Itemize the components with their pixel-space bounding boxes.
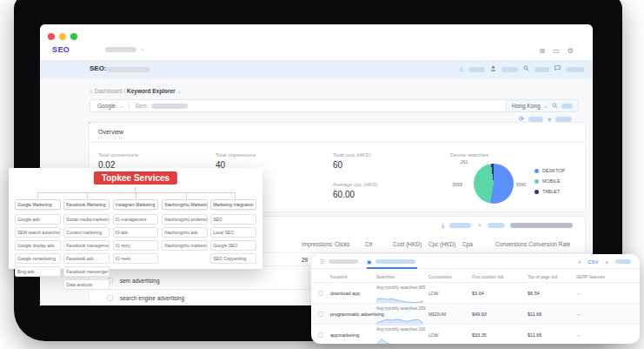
stat-label: Average cpc (HKD) bbox=[333, 182, 378, 187]
checkbox[interactable] bbox=[318, 332, 323, 338]
redacted-nav-label[interactable] bbox=[534, 67, 549, 72]
service-item: Local SEO bbox=[210, 227, 256, 238]
window-icon[interactable]: ▭ bbox=[553, 47, 560, 55]
col-conversions[interactable]: Conversions bbox=[495, 241, 527, 247]
service-item: Facebook management bbox=[63, 240, 110, 251]
service-item: IG reels bbox=[113, 253, 159, 264]
suggestion-row[interactable]: programmatic advertising Avg monthly sea… bbox=[311, 303, 640, 324]
service-item: SEM search advertising bbox=[15, 227, 61, 238]
col-searches[interactable]: Searches bbox=[376, 274, 395, 279]
service-item: Xiaohongshu ads bbox=[162, 227, 208, 238]
service-item: SEO Copywriting bbox=[210, 253, 256, 264]
service-item: Google ads bbox=[15, 214, 61, 225]
topkee-title-badge: Topkee Services bbox=[94, 171, 177, 185]
minimize-button[interactable] bbox=[59, 33, 66, 40]
col-serp-features[interactable]: SERP features bbox=[576, 274, 605, 279]
tree-line bbox=[136, 192, 136, 199]
col-cpc[interactable]: Cpc (HKD) bbox=[428, 241, 455, 247]
user-icon[interactable] bbox=[490, 65, 496, 73]
stat-average-cpc: Average cpc (HKD) 60.00 bbox=[333, 182, 378, 199]
tree-line bbox=[37, 192, 38, 199]
col-clicks[interactable]: Clicks bbox=[335, 241, 349, 247]
checkbox[interactable] bbox=[107, 295, 113, 301]
download-icon[interactable]: ⤓ bbox=[442, 222, 444, 229]
stat-value: 60 bbox=[333, 160, 371, 170]
col-cost[interactable]: Cost (HKD) bbox=[393, 241, 422, 247]
home-icon[interactable]: ⌂ bbox=[459, 66, 463, 73]
suggestions-toolbar: ☰ ▣ ⤓ CSV + bbox=[311, 254, 640, 269]
pie-legend: DESKTOP MOBILE TABLET bbox=[534, 168, 565, 199]
close-button[interactable] bbox=[48, 33, 55, 40]
suggestion-row[interactable]: download app Avg monthly searches 685 LO… bbox=[311, 282, 640, 303]
tab-overview[interactable]: Overview bbox=[98, 129, 123, 135]
stat-total-conversions: Total conversions 0.02 bbox=[98, 152, 138, 170]
col-keyword[interactable]: Keyword bbox=[330, 274, 347, 279]
engine-select[interactable]: Google bbox=[97, 103, 116, 109]
col-competition[interactable]: Competition bbox=[428, 274, 452, 279]
tree-line bbox=[135, 186, 136, 192]
zoom-button[interactable] bbox=[70, 33, 77, 40]
suggestion-row[interactable]: appmarketing Avg monthly searches 100 LO… bbox=[311, 324, 640, 344]
redacted-toolbar-label[interactable] bbox=[488, 223, 505, 228]
col-cpa[interactable]: Cpa bbox=[462, 241, 473, 247]
col-impressions[interactable]: Impressions bbox=[302, 241, 332, 247]
service-item: Google SEO bbox=[210, 240, 256, 251]
col-ctr[interactable]: Ctr bbox=[365, 241, 373, 247]
legend-label: MOBILE bbox=[542, 178, 561, 184]
tree-line bbox=[37, 192, 236, 193]
col-first-position-bid[interactable]: First position bid bbox=[472, 274, 503, 279]
redacted-toolbar-label bbox=[329, 259, 358, 264]
breadcrumb-keyword-explorer[interactable]: Keyword Explorer bbox=[127, 88, 176, 94]
list-icon[interactable]: ☰ bbox=[320, 258, 324, 265]
chevron-down-icon: ⌄ bbox=[544, 103, 548, 110]
service-item: Google remarketing bbox=[15, 253, 61, 264]
column-header: Marketing integration bbox=[210, 199, 256, 210]
legend-label: TABLET bbox=[542, 189, 560, 194]
topkee-columns: Google Marketing Google ads SEM search a… bbox=[15, 199, 256, 292]
first-bid-value: $49.93 bbox=[472, 312, 487, 317]
service-item: Xiaohongshu marketing bbox=[162, 240, 208, 251]
searches-caption: Avg monthly searches 259 bbox=[376, 306, 425, 311]
chevron-down-icon[interactable]: ⌄ bbox=[140, 45, 144, 51]
seo-logo: SEO bbox=[52, 45, 70, 54]
redacted-toolbar-label[interactable] bbox=[449, 223, 471, 228]
plus-icon[interactable]: + bbox=[605, 259, 608, 265]
checkbox[interactable] bbox=[318, 291, 323, 296]
stat-value: 60.00 bbox=[333, 190, 378, 199]
breadcrumb-dashboard[interactable]: Dashboard bbox=[95, 88, 123, 94]
breadcrumb-separator: / bbox=[123, 88, 125, 94]
redacted-nav-label[interactable] bbox=[501, 67, 518, 72]
chevron-down-icon[interactable]: ⌄ bbox=[176, 88, 181, 94]
col-top-of-page-bid[interactable]: Top of page bid bbox=[528, 274, 557, 279]
redacted-nav-label[interactable] bbox=[566, 67, 584, 72]
redacted-nav-label[interactable] bbox=[468, 67, 485, 72]
browser-titlebar: SEO ⌄ ⊞ ▭ ⚙ bbox=[40, 24, 593, 60]
breadcrumb: ⌂ Dashboard / Keyword Explorer ⌄ bbox=[90, 88, 182, 95]
table-icon[interactable]: ▣ bbox=[367, 258, 372, 265]
plus-icon[interactable]: ＋ bbox=[476, 221, 482, 230]
redacted-search-button[interactable] bbox=[561, 104, 573, 109]
export-csv-link[interactable]: CSV bbox=[588, 259, 598, 265]
col-conversion-rate[interactable]: Conversion Rate bbox=[528, 241, 570, 247]
topkee-column-instagram: Instagram Marketing IG management IG ads… bbox=[113, 199, 159, 292]
pie-label-tablet: 261 bbox=[461, 159, 468, 164]
legend-label: DESKTOP bbox=[542, 168, 565, 173]
region-select[interactable]: Hong Kong ⌄ bbox=[506, 100, 578, 111]
chevron-down-icon[interactable]: ⌄ bbox=[119, 103, 123, 110]
download-icon[interactable]: ⤓ bbox=[578, 258, 581, 265]
redacted-active-tab-label[interactable] bbox=[375, 259, 415, 264]
checkbox[interactable] bbox=[318, 312, 323, 317]
home-icon[interactable]: ⌂ bbox=[90, 88, 93, 94]
redacted-tab-label bbox=[105, 47, 136, 52]
pie-label-desktop: 6540 bbox=[516, 182, 526, 187]
query-input[interactable]: Sem: bbox=[135, 103, 148, 109]
divider bbox=[90, 142, 585, 143]
gear-icon[interactable]: ⚙ bbox=[568, 47, 574, 55]
search-icon[interactable] bbox=[552, 103, 558, 109]
redacted-link-label[interactable] bbox=[615, 259, 631, 264]
searches-caption: Avg monthly searches 685 bbox=[376, 285, 425, 290]
topkee-services-panel: Topkee Services Google Marketing Google … bbox=[9, 168, 262, 269]
search-icon[interactable] bbox=[523, 65, 529, 73]
chat-icon[interactable] bbox=[554, 65, 561, 73]
grid-icon[interactable]: ⊞ bbox=[540, 47, 546, 55]
